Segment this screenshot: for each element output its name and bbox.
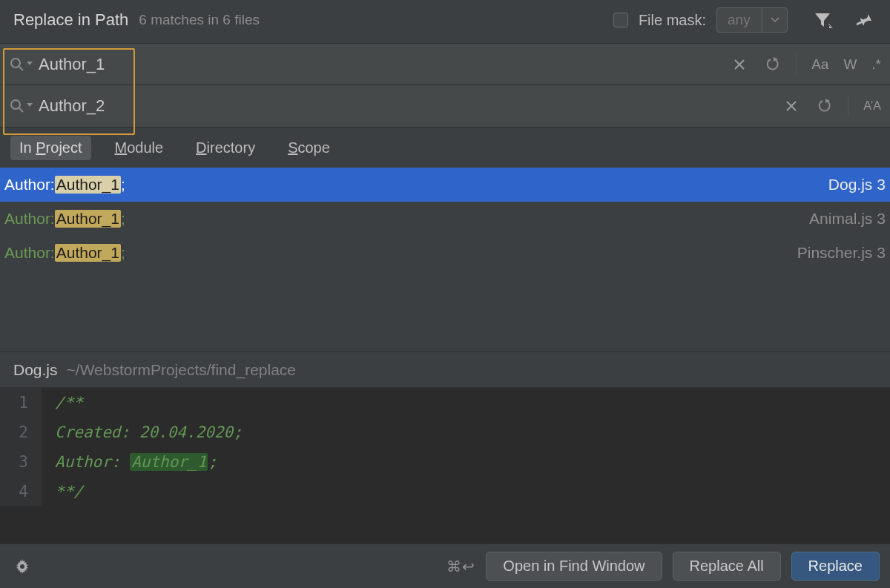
svg-line-8 [19, 108, 23, 112]
svg-point-7 [11, 100, 20, 109]
preview-path: ~/WebstormProjects/find_replace [67, 361, 297, 379]
result-match: Author_1 [55, 244, 121, 262]
file-mask-checkbox[interactable] [613, 13, 628, 27]
open-find-window-button[interactable]: Open in Find Window [486, 552, 662, 581]
result-prefix: Author: [4, 210, 55, 228]
dialog-footer: ⌘↩ Open in Find Window Replace All Repla… [0, 544, 890, 588]
replace-input-row: Author_2 A’A [0, 85, 890, 128]
replace-input[interactable]: Author_2 [34, 96, 779, 116]
result-row[interactable]: Author: Author_1;Dog.js3 [0, 168, 890, 202]
result-file: Dog.js [828, 176, 873, 194]
result-row[interactable]: Author: Author_1;Pinscher.js3 [0, 236, 890, 270]
result-suffix: ; [121, 210, 125, 228]
match-case-toggle[interactable]: Aa [808, 55, 831, 74]
code-line: 1/** [0, 388, 890, 417]
replace-all-button[interactable]: Replace All [673, 552, 781, 581]
code-preview: 1/**2 Created: 20.04.2020;3 Author: Auth… [0, 387, 890, 544]
replace-button[interactable]: Replace [791, 552, 880, 581]
regex-toggle[interactable]: .* [868, 55, 884, 74]
dialog-header: Replace in Path 6 matches in 6 files Fil… [0, 0, 890, 43]
file-mask-value: any [717, 12, 762, 28]
result-suffix: ; [121, 244, 125, 262]
scope-tab[interactable]: Directory [187, 136, 264, 160]
result-prefix: Author: [4, 176, 55, 194]
whole-word-toggle[interactable]: W [840, 55, 860, 74]
match-count: 6 matches in 6 files [139, 12, 260, 28]
result-match: Author_1 [55, 210, 121, 228]
code-line: 3 Author: Author_1; [0, 447, 890, 477]
result-file: Pinscher.js [797, 244, 873, 262]
find-input[interactable]: Author_1 [34, 55, 728, 74]
line-number: 2 [0, 417, 42, 447]
scope-tab[interactable]: In Project [10, 136, 91, 160]
history-caret-icon[interactable] [27, 103, 34, 109]
preview-file: Dog.js [13, 361, 58, 379]
file-mask-select[interactable]: any [716, 7, 788, 33]
result-match: Author_1 [55, 176, 121, 194]
line-number: 1 [0, 388, 42, 417]
svg-marker-3 [27, 62, 33, 65]
find-input-row: Author_1 Aa W .* [0, 43, 890, 85]
result-line: 3 [877, 210, 886, 228]
result-prefix: Author: [4, 244, 55, 262]
line-number: 3 [0, 447, 42, 477]
file-mask-label: File mask: [639, 12, 706, 29]
scope-tabs: In ProjectModuleDirectoryScope [0, 128, 890, 168]
preserve-case-toggle[interactable]: A’A [860, 98, 884, 114]
clear-replace-icon[interactable] [779, 94, 803, 118]
preview-header: Dog.js ~/WebstormProjects/find_replace [0, 351, 890, 387]
history-caret-icon[interactable] [27, 62, 34, 67]
pin-icon[interactable] [853, 8, 877, 32]
rerun-icon[interactable] [812, 94, 836, 118]
line-number: 4 [0, 477, 42, 506]
result-line: 3 [877, 244, 886, 262]
results-list: Author: Author_1;Dog.js3Author: Author_1… [0, 168, 890, 270]
chevron-down-icon [762, 8, 787, 32]
svg-point-1 [11, 59, 20, 67]
dialog-title: Replace in Path [13, 10, 128, 30]
code-line: 4 **/ [0, 477, 890, 506]
settings-icon[interactable] [10, 555, 34, 578]
clear-find-icon[interactable] [728, 53, 751, 76]
rerun-icon[interactable] [760, 53, 784, 76]
svg-point-14 [20, 564, 24, 569]
result-row[interactable]: Author: Author_1;Animal.js3 [0, 202, 890, 236]
code-line: 2 Created: 20.04.2020; [0, 417, 890, 447]
svg-line-2 [19, 67, 23, 70]
svg-marker-9 [27, 103, 33, 107]
result-file: Animal.js [809, 210, 872, 228]
shortcut-hint: ⌘↩ [446, 558, 475, 575]
filter-icon[interactable] [811, 8, 835, 32]
result-line: 3 [877, 176, 886, 194]
scope-tab[interactable]: Scope [279, 136, 339, 160]
result-suffix: ; [121, 176, 125, 194]
scope-tab[interactable]: Module [106, 136, 173, 160]
